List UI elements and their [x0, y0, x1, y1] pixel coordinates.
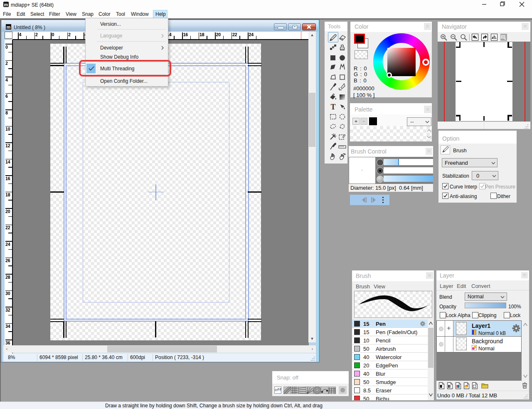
svg-text:T: T [330, 103, 335, 111]
